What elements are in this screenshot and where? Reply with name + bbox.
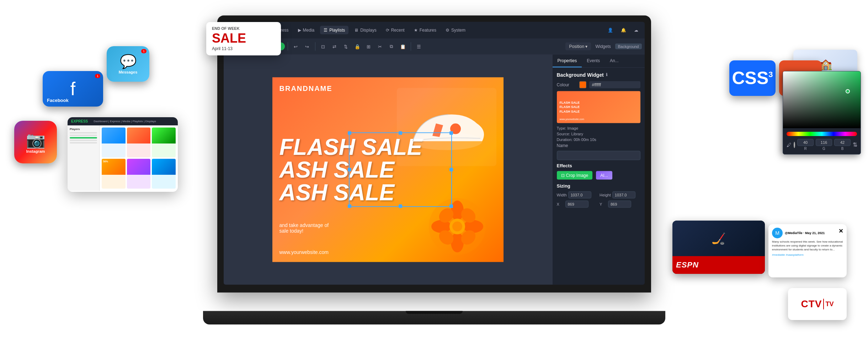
layers-button[interactable]: ☰ [414,42,424,52]
r-input-group: R [797,139,814,151]
toolbar-divider-2 [288,42,288,51]
height-input[interactable] [612,191,635,198]
hockey-icon: 🏒 [712,232,726,245]
toolbar: Save As Preview 0 ↩ ↪ ⊡ ⇄ ⇅ 🔒 ⊞ ✂ ⧉ 📋 [224,39,645,54]
x-input[interactable] [565,200,589,207]
position-button[interactable]: Position ▾ [565,43,591,50]
ctv-label: CTV [801,298,822,310]
b-input-group: B [834,139,851,151]
color-gradient-area[interactable] [783,71,861,128]
grid-button[interactable]: ⊞ [364,42,374,52]
tagline: and take advantage of sale today! [279,222,329,233]
svg-point-5 [431,220,451,233]
crop-image-button[interactable]: ⊡ Crop Image [557,171,593,179]
sale-header: END OF WEEK [212,26,275,31]
x-field: X [557,200,598,207]
notifications-icon[interactable]: 🔔 [618,26,629,34]
express-thumb-5 [127,159,151,189]
sale-title: SALE [212,32,275,45]
g-input[interactable] [816,139,832,146]
nav-bar: ⊞ Dashboard ⚡ Express ▶ Media ☰ Playlist… [224,22,645,39]
messages-badge: 1 [141,49,147,53]
crop-icon: ⊡ [561,173,565,178]
user-icon[interactable]: 👤 [605,26,616,34]
rgb-spinners[interactable]: ⇅ [853,141,857,148]
colour-hex[interactable]: #ffffff [589,81,640,88]
g-label: G [822,147,825,151]
messages-card: 💬 1 Messages [107,46,149,82]
express-thumb-3 [152,128,176,157]
nav-playlists-label: Playlists [329,28,345,33]
copy-button[interactable]: ⧉ [387,42,396,52]
scene: ⊞ Dashboard ⚡ Express ▶ Media ☰ Playlist… [0,0,868,352]
svg-point-1 [450,123,461,134]
lock-button[interactable]: 🔒 [352,42,362,52]
hue-bar[interactable] [787,132,857,136]
color-rgb-inputs: 🖊 R G B ⇅ [787,139,857,151]
css3-label: CSS [732,68,768,88]
flash-sale-line3: ASH SALE [279,181,422,204]
colour-row: Colour #ffffff [557,81,640,88]
y-input[interactable] [608,200,631,207]
facebook-icon: f [70,78,75,99]
name-input[interactable] [557,151,640,160]
svg-point-3 [451,200,464,220]
system-icon: ⚙ [446,28,449,33]
tab-animate[interactable]: An... [605,54,624,67]
undo-button[interactable]: ↩ [291,42,301,52]
laptop-screen: ⊞ Dashboard ⚡ Express ▶ Media ☰ Playlist… [224,22,645,285]
svg-point-6 [463,220,483,233]
canvas-content: BRANDNAME FLASH SALE ASH SALE ASH SALE [272,77,504,262]
background-badge: Background [615,44,642,49]
ctv-sublabel: TV [825,300,834,308]
sale-subtitle: April 11-13 [212,46,275,51]
svg-point-12 [452,221,462,231]
nav-playlists[interactable]: ☰ Playlists [320,26,348,34]
nav-features-label: Features [420,28,436,33]
cut-button[interactable]: ✂ [375,42,385,52]
canvas-area[interactable]: BRANDNAME FLASH SALE ASH SALE ASH SALE [224,54,552,285]
eyedropper-button[interactable]: 🖊 [787,142,792,148]
displays-icon: 🖥 [354,28,358,33]
redo-button[interactable]: ↪ [302,42,312,52]
panel-title: Background Widget ℹ [557,72,640,77]
playlists-icon: ☰ [324,28,328,33]
media-icon: ▶ [298,28,301,33]
x-icon: ✕ [838,228,843,234]
express-card: EXPRESS Dashboard | Express | Media | Pl… [68,117,178,192]
tab-properties[interactable]: Properties [553,54,582,67]
messages-label: Messages [119,70,138,74]
nav-media[interactable]: ▶ Media [294,26,318,34]
toolbar-divider-4 [411,42,411,51]
express-thumb-2 [127,128,151,157]
r-input[interactable] [797,139,814,146]
flip-v-button[interactable]: ⇅ [341,42,351,52]
color-picker-bottom: 🖊 R G B ⇅ [783,128,861,154]
nav-system[interactable]: ⚙ System [442,26,469,34]
nav-recent[interactable]: ⟳ Recent [382,26,408,34]
height-field: Height [600,191,640,198]
nav-displays[interactable]: 🖥 Displays [351,26,380,34]
y-field: Y [600,200,640,207]
b-input[interactable] [834,139,851,146]
nav-recent-label: Recent [391,28,405,33]
colour-swatch[interactable] [579,81,586,88]
website: www.yourwebsite.com [279,249,329,255]
facebook-card: f 1 Facebook [43,71,103,107]
flip-h-button[interactable]: ⇄ [330,42,340,52]
messages-icon: 💬 [120,54,137,69]
crop-button[interactable]: ⊡ [318,42,328,52]
color-picker-popup[interactable]: 🖊 R G B ⇅ [783,71,861,155]
width-input[interactable] [568,191,591,198]
cloud-icon[interactable]: ☁ [631,26,641,34]
nav-displays-label: Displays [360,28,376,33]
name-row: Name [557,143,640,148]
twitter-avatar: M [772,228,783,238]
hockey-card: 🏒 ESPN [672,221,765,274]
toolbar-divider-3 [315,42,315,51]
media-tile-hashtags: #mediatile #saasplatform [772,253,843,256]
nav-features[interactable]: ★ Features [410,26,440,34]
ai-button[interactable]: AI... [596,171,612,179]
paste-button[interactable]: 📋 [398,42,408,52]
tab-events[interactable]: Events [582,54,605,67]
